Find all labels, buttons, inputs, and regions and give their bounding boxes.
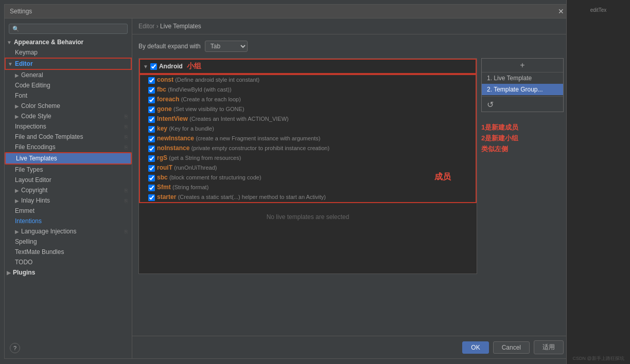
ok-button[interactable]: OK (462, 341, 488, 354)
title-bar: Settings ✕ (5, 5, 570, 19)
sidebar-item-code-editing[interactable]: Code Editing (5, 80, 132, 90)
sidebar-item-textmate-bundles[interactable]: TextMate Bundles (5, 247, 132, 257)
add-button[interactable]: + (482, 59, 563, 72)
template-item-newinstance[interactable]: newInstance (create a new Fragment insta… (140, 134, 476, 143)
expand-label: By default expand with (138, 43, 201, 50)
template-checkbox[interactable] (148, 145, 155, 152)
copy-icon: ⎘ (125, 124, 128, 130)
template-checkbox[interactable] (148, 194, 155, 201)
no-selection-text: No live templates are selected (267, 213, 349, 221)
template-item-const[interactable]: const (Define android style int constant… (140, 75, 476, 85)
search-input[interactable] (9, 24, 128, 34)
chevron-right-icon: ▶ (15, 229, 19, 234)
template-checkbox[interactable] (148, 97, 155, 103)
template-checkbox[interactable] (148, 185, 155, 191)
sidebar: ▼ Appearance & Behavior Keymap ▼ Editor … (5, 19, 132, 358)
breadcrumb-part1: Editor (138, 23, 154, 30)
sidebar-item-editor[interactable]: ▼ Editor (5, 58, 132, 70)
watermark: CSDN @新手上路狂探坑 (572, 355, 624, 364)
sidebar-item-code-style[interactable]: ▶ Code Style ⎘ (5, 111, 132, 121)
template-item-sbc[interactable]: sbc (block comment for structuring code) (140, 173, 476, 183)
expand-icon: ▼ (143, 64, 148, 69)
expand-select[interactable]: Tab Space Enter (205, 41, 248, 52)
sidebar-item-keymap[interactable]: Keymap (5, 47, 132, 58)
group-checkbox[interactable] (150, 63, 157, 70)
template-item-starter[interactable]: starter (Creates a static start(...) hel… (140, 192, 476, 202)
template-list: const (Define android style int constant… (139, 74, 477, 203)
sidebar-item-todo[interactable]: TODO (5, 257, 132, 267)
template-checkbox[interactable] (148, 126, 155, 133)
popup-divider (482, 96, 563, 97)
template-item-intentview[interactable]: IntentView (Creates an Intent with ACTIO… (140, 114, 476, 124)
copy-icon: ⎘ (125, 198, 128, 204)
chevron-right-icon: ▶ (15, 114, 19, 119)
template-checkbox[interactable] (148, 116, 155, 123)
popup-item-template-group[interactable]: 2. Template Group... (482, 84, 563, 95)
template-checkbox[interactable] (148, 165, 155, 172)
sidebar-item-layout-editor[interactable]: Layout Editor (5, 175, 132, 185)
sidebar-item-color-scheme[interactable]: ▶ Color Scheme (5, 101, 132, 111)
side-panel: editTex CSDN @新手上路狂探坑 (566, 0, 630, 364)
popup-item-live-template[interactable]: 1. Live Template (482, 72, 563, 84)
template-checkbox[interactable] (148, 77, 155, 84)
sidebar-item-spelling[interactable]: Spelling (5, 236, 132, 247)
sidebar-item-font[interactable]: Font (5, 90, 132, 101)
sidebar-item-file-and-code-templates[interactable]: File and Code Templates ⎘ (5, 132, 132, 142)
popup-menu: + 1. Live Template 2. Template Group... … (481, 58, 564, 112)
sidebar-item-appearance[interactable]: ▼ Appearance & Behavior (5, 37, 132, 47)
breadcrumb-part2: Live Templates (160, 23, 201, 30)
close-button[interactable]: ✕ (557, 8, 565, 15)
dialog-body: ▼ Appearance & Behavior Keymap ▼ Editor … (5, 19, 570, 358)
sidebar-item-intentions[interactable]: Intentions (5, 216, 132, 226)
side-text: editTex (588, 5, 609, 15)
undo-button[interactable]: ↺ (482, 98, 563, 112)
chevron-right-icon: ▶ (15, 103, 19, 109)
templates-panel: ▼ Android 小组 const (Define android style… (138, 58, 477, 274)
settings-dialog: Settings ✕ ▼ Appearance & Behavior Keyma… (4, 4, 570, 359)
apply-button[interactable]: 适用 (534, 340, 564, 354)
right-panel: + 1. Live Template 2. Template Group... … (481, 58, 564, 274)
group-header-android[interactable]: ▼ Android 小组 (139, 59, 477, 74)
annotation-text: 1是新建成员2是新建小组类似左侧 (481, 122, 564, 154)
cancel-button[interactable]: Cancel (493, 341, 530, 354)
chevron-right-icon: ▶ (15, 72, 19, 78)
breadcrumb-separator: › (156, 23, 159, 30)
copy-icon: ⎘ (125, 144, 128, 150)
template-checkbox[interactable] (148, 106, 155, 113)
template-item-gone[interactable]: gone (Set view visibility to GONE) (140, 104, 476, 114)
template-item-foreach[interactable]: foreach (Create a for each loop) (140, 95, 476, 104)
sidebar-item-language-injections[interactable]: ▶ Language Injections ⎘ (5, 226, 132, 236)
template-checkbox[interactable] (148, 155, 155, 162)
group-annotation: 小组 (187, 62, 201, 71)
template-item-rgs[interactable]: rgS (get a String from resources) (140, 153, 476, 163)
dialog-title: Settings (10, 8, 32, 15)
member-annotation: 成员 (434, 172, 451, 183)
sidebar-item-file-encodings[interactable]: File Encodings ⎘ (5, 142, 132, 152)
no-selection-area: No live templates are selected (139, 203, 477, 231)
template-checkbox[interactable] (148, 87, 155, 94)
template-item-sfmt[interactable]: Sfmt (String format) (140, 183, 476, 192)
sidebar-item-plugins[interactable]: ▶ Plugins (5, 267, 132, 278)
sidebar-item-file-types[interactable]: File Types (5, 165, 132, 175)
sidebar-item-inspections[interactable]: Inspections ⎘ (5, 121, 132, 132)
help-button[interactable]: ? (10, 343, 20, 353)
sidebar-item-general[interactable]: ▶ General (5, 70, 132, 80)
template-item-key[interactable]: key (Key for a bundle) (140, 124, 476, 134)
chevron-down-icon: ▼ (7, 40, 12, 45)
dialog-footer: OK Cancel 适用 (132, 336, 570, 358)
templates-panel-container: ▼ Android 小组 const (Define android style… (138, 58, 564, 274)
copy-icon: ⎘ (125, 114, 128, 119)
template-item-noinstance[interactable]: noInstance (private empty constructor to… (140, 143, 476, 153)
template-checkbox[interactable] (148, 175, 155, 181)
chevron-right-icon: ▶ (15, 188, 19, 193)
sidebar-item-live-templates[interactable]: Live Templates (5, 152, 132, 165)
chevron-right-icon: ▶ (15, 198, 19, 204)
sidebar-item-inlay-hints[interactable]: ▶ Inlay Hints ⎘ (5, 195, 132, 206)
template-item-fbc[interactable]: fbc (findViewByld (with cast)) (140, 85, 476, 95)
sidebar-item-copyright[interactable]: ▶ Copyright ⎘ (5, 185, 132, 195)
breadcrumb: Editor › Live Templates (132, 19, 570, 34)
sidebar-item-emmet[interactable]: Emmet (5, 206, 132, 216)
template-checkbox[interactable] (148, 136, 155, 142)
content-area: By default expand with Tab Space Enter ▼ (132, 34, 570, 336)
template-item-rouit[interactable]: rouiT (runOnUiThread) (140, 163, 476, 173)
